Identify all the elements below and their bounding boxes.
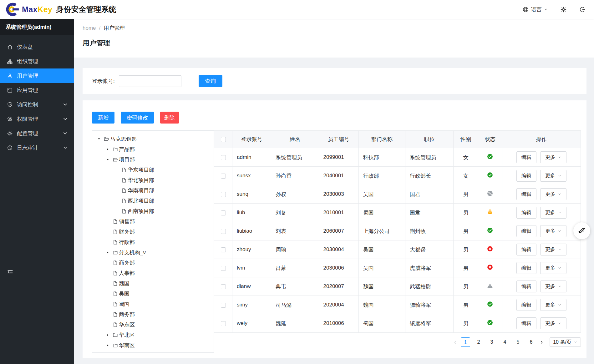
tree-node-7[interactable]: 西南项目部 — [92, 206, 214, 216]
folder-icon — [113, 332, 118, 338]
tree-node-label: 销售部 — [119, 218, 135, 225]
select-all-checkbox[interactable] — [221, 137, 226, 142]
tree-node-19[interactable]: 华北区 — [92, 330, 214, 340]
tree-node-2[interactable]: 项目部 — [92, 154, 214, 165]
tree-node-14[interactable]: 魏国 — [92, 278, 214, 289]
table-row-3: liub刘备2010001蜀国国君男编辑更多 — [214, 204, 581, 222]
row-checkbox[interactable] — [221, 303, 226, 308]
row-checkbox[interactable] — [221, 284, 226, 289]
cell-name: 刘备 — [271, 204, 319, 222]
tree-node-17[interactable]: 商务部 — [92, 309, 214, 320]
query-button[interactable]: 查询 — [199, 75, 222, 87]
pagination-prev[interactable] — [451, 337, 459, 347]
edit-button[interactable]: 编辑 — [516, 225, 536, 237]
pagination-page-2[interactable]: 2 — [474, 337, 483, 347]
topbar: MaxKey 身份安全管理系统 语言 — [0, 0, 594, 19]
delete-button[interactable]: 删除 — [160, 112, 179, 124]
pagination-page-3[interactable]: 3 — [487, 337, 496, 347]
tree-node-1[interactable]: 产品部 — [92, 144, 214, 154]
pagination-next[interactable] — [538, 337, 545, 347]
caret-placeholder — [114, 168, 119, 172]
edit-button[interactable]: 编辑 — [516, 244, 536, 255]
more-button[interactable]: 更多 — [540, 207, 566, 219]
tree-node-11[interactable]: 分支机构_v — [92, 247, 214, 258]
edit-button[interactable]: 编辑 — [516, 317, 536, 329]
sidebar-item-1[interactable]: 组织管理 — [0, 54, 74, 68]
edit-button[interactable]: 编辑 — [516, 207, 536, 219]
tree-node-9[interactable]: 财务部 — [92, 227, 214, 237]
magic-wand-button[interactable] — [573, 222, 590, 239]
language-dropdown[interactable]: 语言 — [522, 6, 548, 13]
caret-down-icon[interactable] — [105, 158, 110, 162]
tree-node-18[interactable]: 华东区 — [92, 320, 214, 330]
row-checkbox[interactable] — [221, 247, 226, 252]
login-account-input[interactable] — [119, 75, 181, 87]
table-header-row: 登录账号姓名员工编号部门名称职位性别状态操作 — [214, 131, 581, 148]
tree-node-4[interactable]: 华北项目部 — [92, 175, 214, 185]
pagination-page-6[interactable]: 6 — [526, 337, 536, 347]
sidebar-item-7[interactable]: 日志审计 — [0, 140, 74, 155]
pagination-page-5[interactable]: 5 — [513, 337, 523, 347]
tree-node-5[interactable]: 华南项目部 — [92, 185, 214, 196]
row-checkbox[interactable] — [221, 210, 226, 215]
sidebar-item-3[interactable]: 应用管理 — [0, 83, 74, 97]
sidebar-item-2[interactable]: 用户管理 — [0, 68, 74, 83]
edit-button[interactable]: 编辑 — [516, 170, 536, 182]
tree-node-10[interactable]: 行政部 — [92, 237, 214, 247]
row-checkbox[interactable] — [221, 321, 226, 326]
edit-button[interactable]: 编辑 — [516, 299, 536, 311]
more-button[interactable]: 更多 — [540, 151, 566, 163]
cell-login: admin — [232, 148, 271, 167]
cell-gender: 男 — [454, 204, 478, 222]
more-button[interactable]: 更多 — [540, 262, 566, 274]
caret-right-icon[interactable] — [105, 251, 110, 255]
file-icon — [121, 188, 127, 193]
tree-node-12[interactable]: 商务部 — [92, 258, 214, 268]
logout-button[interactable] — [579, 6, 586, 13]
edit-button[interactable]: 编辑 — [516, 188, 536, 200]
more-button[interactable]: 更多 — [540, 244, 566, 255]
row-checkbox[interactable] — [221, 229, 226, 234]
more-button[interactable]: 更多 — [540, 317, 566, 329]
caret-right-icon[interactable] — [105, 344, 110, 347]
tree-node-6[interactable]: 西北项目部 — [92, 196, 214, 206]
sidebar-item-6[interactable]: 配置管理 — [0, 126, 74, 140]
caret-down-icon[interactable] — [96, 137, 102, 141]
settings-button[interactable] — [560, 6, 567, 13]
pagination-page-4[interactable]: 4 — [500, 337, 510, 347]
current-user: 系统管理员(admin) — [0, 19, 74, 35]
edit-button[interactable]: 编辑 — [516, 262, 536, 274]
more-button[interactable]: 更多 — [540, 281, 566, 292]
tree-node-8[interactable]: 销售部 — [92, 216, 214, 227]
sidebar-item-5[interactable]: 权限管理 — [0, 112, 74, 126]
tree-node-3[interactable]: 华东项目部 — [92, 165, 214, 175]
edit-button[interactable]: 编辑 — [516, 151, 536, 163]
tree-node-label: 华东区 — [119, 321, 135, 328]
sidebar-item-0[interactable]: 仪表盘 — [0, 40, 74, 54]
caret-right-icon[interactable] — [105, 148, 110, 151]
file-icon — [121, 198, 127, 204]
more-button[interactable]: 更多 — [540, 299, 566, 311]
page-size-select[interactable]: 10 条/页 — [550, 337, 581, 347]
cell-position: 大都督 — [405, 240, 454, 259]
tree-node-16[interactable]: 蜀国 — [92, 299, 214, 309]
row-checkbox[interactable] — [221, 174, 226, 179]
pagination-page-1[interactable]: 1 — [461, 337, 470, 347]
caret-right-icon[interactable] — [105, 333, 110, 337]
tree-node-13[interactable]: 人事部 — [92, 268, 214, 278]
change-password-button[interactable]: 密码修改 — [121, 112, 154, 124]
menu-fold-icon[interactable] — [7, 269, 13, 276]
add-button[interactable]: 新增 — [92, 112, 114, 124]
tree-node-0[interactable]: 马克思钥匙 — [92, 134, 214, 144]
row-checkbox[interactable] — [221, 155, 226, 160]
row-checkbox[interactable] — [221, 266, 226, 271]
more-button[interactable]: 更多 — [540, 188, 566, 200]
row-checkbox[interactable] — [221, 192, 226, 197]
tree-node-20[interactable]: 华南区 — [92, 340, 214, 351]
more-button[interactable]: 更多 — [540, 225, 566, 237]
more-button[interactable]: 更多 — [540, 170, 566, 182]
edit-button[interactable]: 编辑 — [516, 281, 536, 292]
sidebar-item-4[interactable]: 访问控制 — [0, 97, 74, 112]
tree-node-15[interactable]: 吴国 — [92, 289, 214, 299]
breadcrumb-home-link[interactable]: home — [83, 25, 96, 31]
